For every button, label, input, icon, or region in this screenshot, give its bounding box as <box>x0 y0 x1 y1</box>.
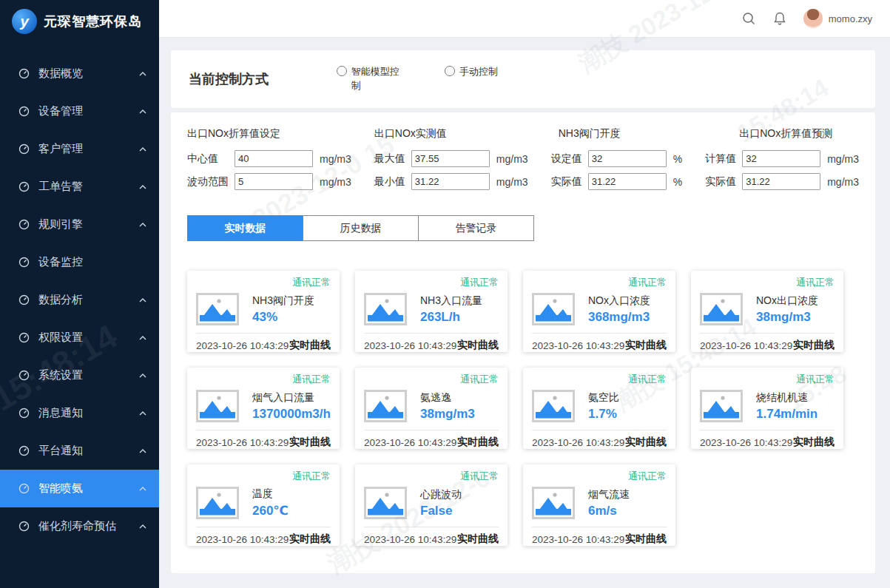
sidebar-item[interactable]: 数据概览 <box>0 55 159 92</box>
field-label: 最大值 <box>374 152 411 166</box>
chevron-up-icon <box>138 183 147 192</box>
card-footer: 2023-10-26 10:43:29 实时曲线 <box>196 430 331 449</box>
sidebar-item[interactable]: 数据分析 <box>0 281 159 319</box>
sensor-card: 通讯正常 氨逃逸 38mg/m3 2023-10-26 10:43:29 实时曲… <box>355 368 508 449</box>
param-field-row: 设定值 % <box>551 150 682 167</box>
sidebar-item[interactable]: 智能喷氨 <box>0 470 159 507</box>
field-value-input[interactable] <box>742 173 820 190</box>
realtime-curve-link[interactable]: 实时曲线 <box>289 436 331 449</box>
field-value-input[interactable] <box>411 173 490 190</box>
top-header: momo.zxy <box>159 0 890 37</box>
sensor-value: 368mg/m3 <box>588 310 650 325</box>
field-label: 最小值 <box>374 175 411 189</box>
sidebar-item[interactable]: 消息通知 <box>0 394 159 432</box>
realtime-curve-link[interactable]: 实时曲线 <box>793 436 835 449</box>
param-group: 出口NOx折算值设定 中心值 mg/m3 波动范围 mg/m3 <box>187 127 351 196</box>
image-placeholder-icon <box>196 390 239 422</box>
image-placeholder-icon <box>196 487 239 519</box>
sensor-value: 263L/h <box>420 310 482 325</box>
gauge-icon <box>18 181 30 192</box>
name-value-block: 氨逃逸 38mg/m3 <box>420 391 475 422</box>
param-field-row: 中心值 mg/m3 <box>187 150 351 167</box>
sensor-value: 38mg/m3 <box>756 310 818 325</box>
gauge-icon <box>18 332 30 343</box>
chevron-up-icon <box>138 522 147 531</box>
field-label: 计算值 <box>705 152 742 166</box>
chevron-up-icon <box>138 296 147 305</box>
sidebar-item-label: 权限设置 <box>38 331 138 345</box>
chevron-up-icon <box>138 107 147 116</box>
timestamp: 2023-10-26 10:43:29 <box>700 437 792 448</box>
sidebar-item[interactable]: 规则引擎 <box>0 206 159 243</box>
realtime-curve-link[interactable]: 实时曲线 <box>289 339 331 352</box>
sensor-name: NOx出口浓度 <box>756 294 818 308</box>
field-value-input[interactable] <box>742 150 820 167</box>
sensor-card: 通讯正常 氨空比 1.7% 2023-10-26 10:43:29 实时曲线 <box>523 368 675 449</box>
timestamp: 2023-10-26 10:43:29 <box>532 340 624 351</box>
image-placeholder-icon <box>532 390 575 422</box>
sidebar-item[interactable]: 设备监控 <box>0 243 159 281</box>
data-tab[interactable]: 实时数据 <box>187 215 303 241</box>
realtime-curve-link[interactable]: 实时曲线 <box>289 533 331 546</box>
card-footer: 2023-10-26 10:43:29 实时曲线 <box>196 527 331 546</box>
timestamp: 2023-10-26 10:43:29 <box>532 534 624 545</box>
sensor-value: 6m/s <box>588 504 630 518</box>
field-value-input[interactable] <box>411 150 490 167</box>
sensor-value: 38mg/m3 <box>420 407 475 422</box>
sidebar-item[interactable]: 平台通知 <box>0 432 159 470</box>
image-placeholder-icon <box>700 390 743 422</box>
card-footer: 2023-10-26 10:43:29 实时曲线 <box>196 333 331 352</box>
name-value-block: 烟气流速 6m/s <box>588 488 630 518</box>
card-body: NOx出口浓度 38mg/m3 <box>700 290 835 328</box>
sidebar-item[interactable]: 系统设置 <box>0 356 159 394</box>
sensor-card: 通讯正常 心跳波动 False 2023-10-26 10:43:29 实时曲线 <box>355 464 508 546</box>
realtime-curve-link[interactable]: 实时曲线 <box>625 436 667 449</box>
realtime-curve-link[interactable]: 实时曲线 <box>625 533 667 546</box>
gauge-icon <box>18 106 30 117</box>
card-footer: 2023-10-26 10:43:29 实时曲线 <box>364 430 499 449</box>
sidebar-item[interactable]: 权限设置 <box>0 319 159 356</box>
sensor-card: 通讯正常 烟气流速 6m/s 2023-10-26 10:43:29 实时曲线 <box>523 464 675 546</box>
sensor-card: 通讯正常 NH3入口流量 263L/h 2023-10-26 10:43:29 … <box>355 271 508 352</box>
avatar[interactable] <box>803 9 823 28</box>
chevron-up-icon <box>138 409 147 418</box>
sidebar-item-label: 平台通知 <box>38 444 138 458</box>
realtime-curve-link[interactable]: 实时曲线 <box>457 436 499 449</box>
control-mode-option[interactable]: 手动控制 <box>445 65 516 93</box>
card-footer: 2023-10-26 10:43:29 实时曲线 <box>700 430 835 449</box>
realtime-curve-link[interactable]: 实时曲线 <box>793 339 835 352</box>
image-placeholder-icon <box>532 487 575 519</box>
sidebar-item[interactable]: 工单告警 <box>0 168 159 206</box>
sidebar-item[interactable]: 催化剂寿命预估 <box>0 507 159 545</box>
chevron-up-icon <box>138 484 147 493</box>
control-mode-option[interactable]: 智能模型控制 <box>337 65 408 93</box>
sensor-name: 氨逃逸 <box>420 391 475 405</box>
sidebar-item[interactable]: 客户管理 <box>0 130 159 168</box>
realtime-curve-link[interactable]: 实时曲线 <box>625 339 667 352</box>
field-value-input[interactable] <box>235 150 313 167</box>
chevron-up-icon <box>138 447 147 456</box>
field-value-input[interactable] <box>588 150 667 167</box>
field-value-input[interactable] <box>235 173 313 190</box>
card-body: 氨空比 1.7% <box>532 387 667 425</box>
control-mode-radio[interactable] <box>445 66 455 76</box>
card-body: NH3入口流量 263L/h <box>364 290 499 328</box>
field-value-input[interactable] <box>588 173 667 190</box>
card-body: 心跳波动 False <box>364 484 499 522</box>
search-icon[interactable] <box>741 11 756 26</box>
realtime-curve-link[interactable]: 实时曲线 <box>457 533 499 546</box>
data-tab[interactable]: 历史数据 <box>303 215 419 241</box>
notification-bell-icon[interactable] <box>772 11 787 26</box>
sidebar-item[interactable]: 设备管理 <box>0 92 159 130</box>
card-body: 烟气入口流量 1370000m3/h <box>196 387 331 425</box>
gauge-icon <box>18 408 30 419</box>
comm-status-badge: 通讯正常 <box>532 470 667 483</box>
name-value-block: 心跳波动 False <box>420 488 462 518</box>
user-menu[interactable]: momo.zxy <box>803 9 872 28</box>
tab-bar: 实时数据历史数据告警记录 <box>187 215 859 241</box>
realtime-curve-link[interactable]: 实时曲线 <box>457 339 499 352</box>
control-mode-radio[interactable] <box>337 66 347 76</box>
card-body: 氨逃逸 38mg/m3 <box>364 387 499 425</box>
sensor-name: NH3阀门开度 <box>252 294 314 308</box>
data-tab[interactable]: 告警记录 <box>418 215 534 241</box>
